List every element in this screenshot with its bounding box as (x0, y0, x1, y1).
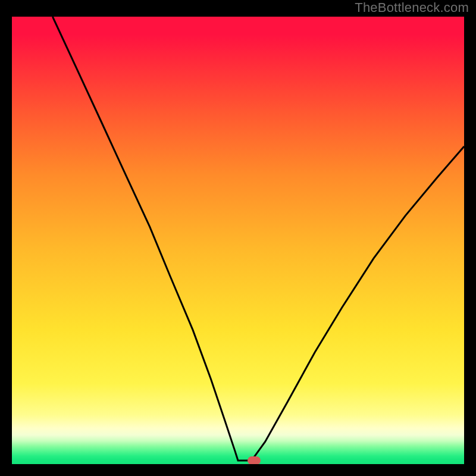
watermark-text: TheBottleneck.com (355, 0, 469, 15)
bottleneck-curve (52, 17, 464, 461)
chart-frame: TheBottleneck.com (0, 0, 476, 476)
optimal-marker (248, 456, 261, 464)
plot-area (12, 17, 464, 464)
curve-layer (12, 17, 464, 464)
